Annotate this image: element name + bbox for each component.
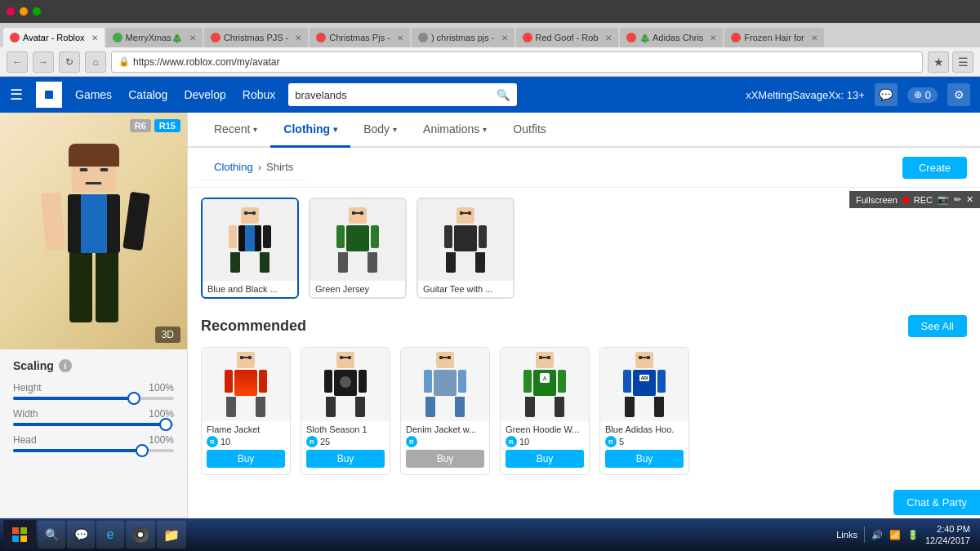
rec-card-adidas[interactable]: ADI Blue Adidas Hoo. R 5 Buy <box>599 347 689 475</box>
width-slider-track[interactable] <box>13 423 174 426</box>
chat-icon[interactable]: 💬 <box>875 83 898 106</box>
robux-badge[interactable]: ⊕ 0 <box>907 87 938 103</box>
maximize-btn[interactable] <box>33 7 41 16</box>
nav-games[interactable]: Games <box>75 88 112 101</box>
tab-recent[interactable]: Recent ▾ <box>201 113 270 148</box>
camera-icon: 📷 <box>938 194 949 205</box>
badge-r6[interactable]: R6 <box>130 119 151 132</box>
taskbar-cortana[interactable]: 💬 <box>67 521 95 549</box>
tab-avatar[interactable]: Avatar - Roblox ✕ <box>3 28 105 47</box>
close-btn[interactable] <box>7 7 15 16</box>
recommended-items-row: Flame Jacket R 10 Buy <box>201 347 967 475</box>
fig-lleg <box>230 252 240 273</box>
item-card-green-jersey[interactable]: Green Jersey <box>309 198 407 299</box>
btn-3d[interactable]: 3D <box>155 327 180 343</box>
hamburger-menu[interactable]: ☰ <box>10 86 23 104</box>
scaling-title: Scaling i <box>13 359 174 372</box>
address-bar[interactable]: 🔒 https://www.roblox.com/my/avatar <box>111 51 923 73</box>
search-input[interactable] <box>295 89 492 101</box>
tab-chrispjs[interactable]: Christmas PJS - ✕ <box>204 28 308 47</box>
settings-icon[interactable]: ⚙ <box>947 83 970 106</box>
tab-close-chrispjs2[interactable]: ✕ <box>397 33 403 42</box>
taskbar-obs[interactable] <box>126 521 155 549</box>
item-name-blue-black: Blue and Black ... <box>203 281 297 297</box>
height-slider-track[interactable] <box>13 397 174 400</box>
tab-adidas[interactable]: 🎄 Adidas Chris ✕ <box>620 28 724 47</box>
forward-button[interactable]: → <box>33 51 54 73</box>
rec-card-sloth[interactable]: Sloth Season 1 R 25 Buy <box>301 347 390 475</box>
minimize-btn[interactable] <box>20 7 28 16</box>
chevron-icon: ▾ <box>333 125 337 134</box>
tab-close-chrispjs[interactable]: ✕ <box>295 33 301 42</box>
tab-clothing[interactable]: Clothing ▾ <box>270 113 350 148</box>
tab-close-frozen[interactable]: ✕ <box>811 33 817 42</box>
tab-frozen[interactable]: Frozen Hair for ✕ <box>724 28 823 47</box>
tab-icon-avatar <box>10 33 20 42</box>
reload-button[interactable]: ↻ <box>59 51 80 73</box>
start-button[interactable] <box>3 520 36 549</box>
rec-name-sloth: Sloth Season 1 <box>306 424 385 434</box>
rec-info-adidas: Blue Adidas Hoo. R 5 Buy <box>600 421 688 474</box>
rec-price-flame: R 10 <box>207 436 285 447</box>
taskbar-search[interactable]: 🔍 <box>38 521 65 549</box>
search-button[interactable]: 🔍 <box>497 89 510 101</box>
rec-thumb-sloth <box>301 348 390 421</box>
tab-merryx[interactable]: MerryXmas🎄 ✕ <box>106 28 203 47</box>
taskbar-folder[interactable]: 📁 <box>157 521 186 549</box>
menu-button[interactable]: ☰ <box>952 51 973 73</box>
tab-animations[interactable]: Animations ▾ <box>410 113 500 148</box>
back-button[interactable]: ← <box>7 51 28 73</box>
tab-chrispjs3[interactable]: ) christmas pjs - ✕ <box>412 28 514 47</box>
see-all-button[interactable]: See All <box>908 315 967 337</box>
rec-info-flame: Flame Jacket R 10 Buy <box>202 421 290 474</box>
buy-button-green-hoodie[interactable]: Buy <box>506 450 584 468</box>
item-card-guitar-tee[interactable]: Guitar Tee with ... <box>416 198 514 299</box>
item-card-blue-black[interactable]: Blue and Black ... <box>201 198 299 299</box>
info-icon[interactable]: i <box>59 359 72 372</box>
head-slider-track[interactable] <box>13 449 174 452</box>
buy-button-flame[interactable]: Buy <box>207 450 285 468</box>
head-slider-thumb[interactable] <box>136 444 149 457</box>
rec-card-green-hoodie[interactable]: A Green Hoodie W... R 10 Buy <box>500 347 590 475</box>
height-slider-thumb[interactable] <box>127 392 140 405</box>
badge-r15[interactable]: R15 <box>154 119 180 132</box>
close-rec-icon[interactable]: ✕ <box>966 194 973 205</box>
tab-close-chrispjs3[interactable]: ✕ <box>501 33 508 42</box>
rec-card-denim[interactable]: Denim Jacket w... R Buy <box>400 347 490 475</box>
nav-develop[interactable]: Develop <box>184 88 225 101</box>
create-button[interactable]: Create <box>902 157 967 179</box>
tab-close-merryx[interactable]: ✕ <box>189 33 196 42</box>
nav-catalog[interactable]: Catalog <box>128 88 167 101</box>
tab-close-avatar[interactable]: ✕ <box>91 33 98 42</box>
buy-button-sloth[interactable]: Buy <box>306 450 385 468</box>
browser-tabs: Avatar - Roblox ✕ MerryXmas🎄 ✕ Christmas… <box>0 23 980 47</box>
tab-chrispjs2[interactable]: Christmas Pjs - ✕ <box>310 28 410 47</box>
fig-head <box>241 207 259 224</box>
breadcrumb-clothing[interactable]: Clothing <box>214 161 253 173</box>
width-slider-thumb[interactable] <box>159 418 172 431</box>
rec-card-flame-jacket[interactable]: Flame Jacket R 10 Buy <box>201 347 291 475</box>
tab-close-redgoof[interactable]: ✕ <box>605 33 612 42</box>
tab-body[interactable]: Body ▾ <box>350 113 410 148</box>
taskbar-ie[interactable]: e <box>96 521 124 549</box>
nav-robux[interactable]: Robux <box>243 88 275 101</box>
fig-flame <box>221 352 270 417</box>
rec-name-denim: Denim Jacket w... <box>406 424 484 434</box>
home-button[interactable]: ⌂ <box>85 51 106 73</box>
robux-icon-sm: R <box>306 436 318 447</box>
buy-button-adidas[interactable]: Buy <box>605 450 684 468</box>
fig-torso <box>454 225 477 251</box>
rec-price-denim: R <box>406 436 484 447</box>
fig-rarm <box>371 225 379 248</box>
rec-price-green-hoodie: R 10 <box>506 436 584 447</box>
buy-button-denim[interactable]: Buy <box>406 450 484 468</box>
tab-outfits[interactable]: Outfits <box>500 113 559 148</box>
bookmark-button[interactable]: ★ <box>928 51 949 73</box>
tab-close-adidas[interactable]: ✕ <box>710 33 716 42</box>
chat-party-button[interactable]: Chat & Party <box>893 490 980 515</box>
avatar-legs <box>68 253 120 322</box>
tab-redgoof[interactable]: Red Goof - Rob ✕ <box>516 28 618 47</box>
roblox-logo[interactable] <box>36 82 62 108</box>
breadcrumb: Clothing › Shirts <box>201 154 306 180</box>
tab-icon-chrispjs3 <box>418 33 428 42</box>
